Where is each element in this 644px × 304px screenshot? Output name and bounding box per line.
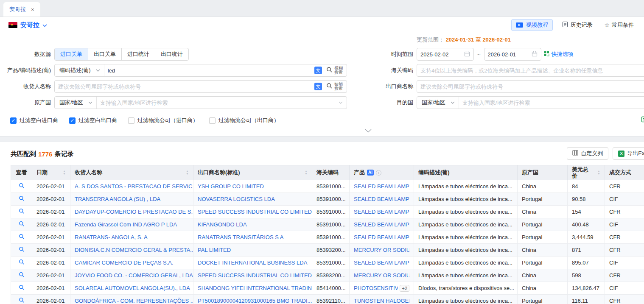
cell-product-text[interactable]: SEALED BEAM LAMP ... (354, 234, 409, 240)
collapse-chevron-icon[interactable] (365, 128, 372, 134)
cell-exporter[interactable]: DOCKET INTERNATIONAL BUSINESS LDA (193, 257, 312, 269)
col-description: 编码描述(葡) (414, 165, 518, 180)
summary-suffix: 条记录 (54, 150, 73, 158)
translate-icon[interactable]: 文 (314, 83, 322, 90)
cell-price: 84 (568, 180, 605, 193)
cell-consignee[interactable]: DAYDAYUP-COMERCIO E PRESTACAO DE S... (70, 206, 193, 218)
update-range: 更新范围： 2024-01-31 至 2026-02-01 (417, 36, 644, 44)
view-magnifier-icon[interactable] (19, 234, 25, 240)
tab-import-declarations[interactable]: 进口关单 (55, 48, 88, 60)
cell-exporter[interactable]: PAL LIMITED (193, 244, 312, 257)
cell-consignee[interactable]: A. S DOS SANTOS - PRESTACAO DE SERVIC... (70, 180, 193, 193)
cell-date: 2026-02-01 (32, 295, 70, 304)
view-magnifier-icon[interactable] (19, 208, 25, 214)
cell-exporter[interactable]: SPEED SUCCESS INDUSTRIAL CO LIMITED (193, 269, 312, 282)
quick-options-link[interactable]: 快捷选项 (544, 50, 574, 58)
date-end-input[interactable]: 2026-02-01 (484, 48, 541, 61)
cell-method: CFR (605, 295, 644, 304)
col-exporter[interactable]: 出口商名称(标准)▲▼ (193, 165, 312, 180)
saved-filters-icon[interactable] (641, 116, 644, 123)
cell-exporter[interactable]: YSH GROUP CO LIMITED (193, 180, 312, 193)
cell-exporter[interactable]: KIFANGONDO LDA (193, 218, 312, 231)
cell-consignee[interactable]: JOYVIO FOOD CO. - COMERCIO GERAL, LDA (70, 269, 193, 282)
sort-icon[interactable]: ▲▼ (63, 170, 66, 175)
cell-product-text[interactable]: SEALED BEAM LAMP ... (354, 221, 409, 228)
favorites-button[interactable]: ☆ 常用条件 (602, 21, 636, 29)
origin-type-select[interactable]: 国家/地区 (55, 97, 97, 109)
table-row: 2026-02-01 SOLAREAL AUTOMOVEL ANGOLA(SU)… (11, 282, 644, 295)
tab-angola[interactable]: 安哥拉 × (3, 2, 40, 17)
video-tutorial-button[interactable]: 视频教程 (511, 19, 553, 31)
tab-export-declarations[interactable]: 出口关单 (88, 48, 121, 60)
hs-code-input[interactable] (417, 64, 644, 77)
info-icon[interactable]: i (376, 170, 381, 176)
custom-columns-button[interactable]: 自定义列 (567, 147, 608, 160)
view-magnifier-icon[interactable] (19, 195, 25, 201)
exporter-input[interactable] (417, 80, 644, 93)
col-consignee[interactable]: 收货人名称▲▼ (70, 165, 193, 180)
destination-type-select[interactable]: 国家/地区 (417, 97, 459, 109)
view-magnifier-icon[interactable] (19, 246, 25, 252)
chevron-down-icon[interactable] (339, 101, 343, 104)
product-more-badge[interactable]: +2 (400, 285, 409, 292)
view-magnifier-icon[interactable] (19, 284, 25, 290)
fuzzy-search-button[interactable]: 模糊搜索 (325, 64, 347, 76)
cell-consignee[interactable]: Fazenda Girassol Com IND AGRO P LDA (70, 218, 193, 231)
close-icon[interactable]: × (31, 7, 34, 12)
cell-hs-code: 85391000... (312, 206, 350, 218)
cell-product-text[interactable]: SEALED BEAM LAMP ... (354, 259, 409, 266)
filter-checkbox[interactable]: 过滤空白进口商 (10, 117, 58, 124)
cell-exporter[interactable]: SPEED SUCCESS INDUSTRIAL CO LIMITED (193, 206, 312, 218)
product-input[interactable] (104, 65, 312, 76)
cell-consignee[interactable]: CAMICAR COMERCIO DE PEÇAS S.A. (70, 257, 193, 269)
product-field-select[interactable]: 编码描述(葡) (55, 64, 104, 76)
sort-icon[interactable]: ▲▼ (597, 170, 600, 175)
cell-product-text[interactable]: SEALED BEAM LAMP ... (354, 183, 409, 190)
smart-search-button[interactable]: 智能搜索 (325, 81, 347, 92)
filter-checkbox[interactable]: 过滤物流公司（进口商） (128, 117, 198, 124)
destination-country-input[interactable] (459, 97, 644, 108)
destination-country-group: 国家/地区 (417, 96, 644, 109)
cell-exporter[interactable]: SHANDONG YIFEI INTERNATIONAL TRADIN... (193, 282, 312, 295)
view-magnifier-icon[interactable] (19, 183, 25, 189)
origin-country-input[interactable] (97, 97, 339, 108)
translate-icon[interactable]: 文 (314, 67, 322, 74)
history-button[interactable]: 历史记录 (560, 21, 595, 29)
date-start-input[interactable]: 2025-02-02 (417, 48, 474, 61)
view-magnifier-icon[interactable] (19, 297, 25, 303)
cell-description: Lâmpadas e tubos eléctricos de inca... (414, 269, 518, 282)
cell-date: 2026-02-01 (32, 206, 70, 218)
view-magnifier-icon[interactable] (19, 272, 25, 278)
sort-icon[interactable]: ▲▼ (305, 170, 308, 175)
cell-product-text[interactable]: SEALED BEAM LAMP ... (354, 209, 409, 215)
tab-export-statistics[interactable]: 出口统计 (155, 48, 188, 60)
cell-method: CFR (605, 231, 644, 244)
cell-exporter[interactable]: NOVASERRA LOGISTICS LDA (193, 193, 312, 206)
cell-consignee[interactable]: TRANSERRA ANGOLA (SU) , LDA (70, 193, 193, 206)
cell-product-text[interactable]: TUNGSTEN HALOGEN... (354, 298, 409, 304)
cell-product-text[interactable]: SEALED BEAM LAMP ... (354, 196, 409, 202)
view-magnifier-icon[interactable] (19, 221, 25, 227)
tab-title: 安哥拉 (9, 6, 26, 13)
smart-search-label-2: 搜索 (334, 86, 343, 91)
cell-product-text[interactable]: MERCURY OR SODIU... (354, 247, 409, 253)
view-magnifier-icon[interactable] (19, 259, 25, 265)
sort-icon[interactable]: ▲▼ (186, 170, 189, 175)
filter-checkbox[interactable]: 过滤空白出口商 (69, 117, 117, 124)
update-range-label: 更新范围： (417, 36, 444, 43)
cell-product-text[interactable]: PHOTOSENSITIV... (354, 285, 398, 291)
cell-consignee[interactable]: RANATRANS- ANGOLA, S. A (70, 231, 193, 244)
cell-consignee[interactable]: SOLAREAL AUTOMOVEL ANGOLA(SU)., LDA (70, 282, 193, 295)
col-price[interactable]: 美元总价▲▼ (568, 165, 605, 180)
tab-import-statistics[interactable]: 进口统计 (121, 48, 155, 60)
cell-product-text[interactable]: MERCURY OR SODIU... (354, 272, 409, 279)
consignee-input[interactable] (55, 81, 312, 92)
filter-checkbox[interactable]: 过滤物流公司（出口商） (209, 117, 279, 124)
cell-exporter[interactable]: RANATRANS TRANSITÁRIOS S A (193, 231, 312, 244)
col-date[interactable]: 日期▲▼ (32, 165, 70, 180)
cell-exporter[interactable]: PT50018900004120931000165 BMG TRADI... (193, 295, 312, 304)
export-excel-button[interactable]: X 导出Excel (613, 147, 644, 160)
country-selector[interactable]: ✶ 安哥拉 (8, 21, 47, 29)
cell-consignee[interactable]: DIONISIA.C.N COMERCIO GERAL & PRESTA... (70, 244, 193, 257)
cell-consignee[interactable]: GONDOÁFRICA - COM. REPRESENTAÇÕES ... (70, 295, 193, 304)
